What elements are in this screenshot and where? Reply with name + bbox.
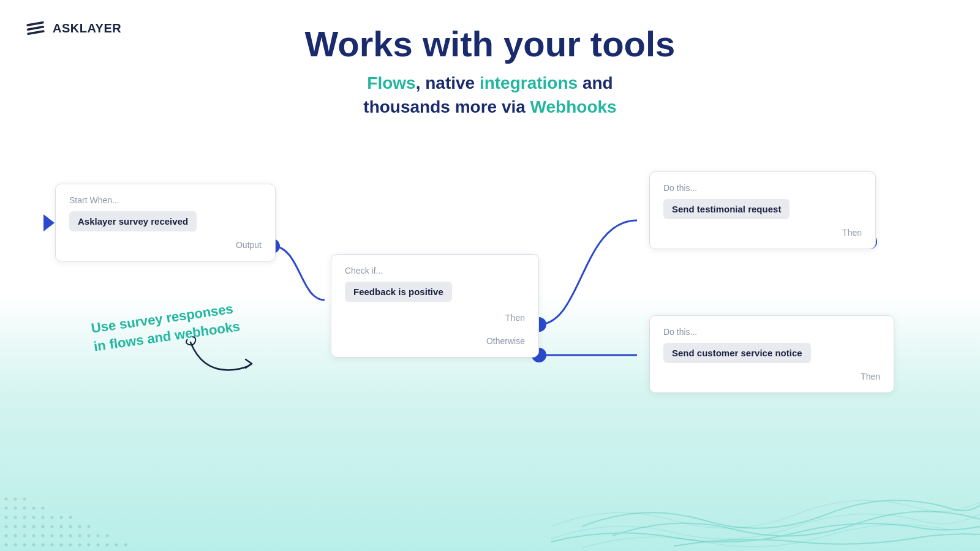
svg-point-15 [60,544,63,547]
svg-point-38 [32,525,36,528]
svg-point-11 [23,544,26,547]
svg-point-17 [78,544,81,547]
header: Works with your tools Flows, native inte… [0,24,980,119]
svg-point-32 [88,534,91,538]
do-box-bottom-chip: Send customer service notice [663,343,811,363]
svg-point-9 [5,544,8,547]
svg-point-44 [88,525,91,528]
svg-point-13 [42,544,45,547]
annotation-arrow [184,336,258,379]
do-box-top-footer: Then [663,228,862,238]
do-box-top: Do this... Send testimonial request Then [649,171,876,249]
header-title: Works with your tools [0,24,980,64]
svg-point-52 [69,516,72,519]
svg-point-28 [51,534,54,538]
svg-point-46 [14,516,17,519]
svg-point-12 [32,544,36,547]
webhooks-text: Webhooks [530,97,617,116]
do-box-bottom-footer: Then [663,372,880,381]
svg-point-19 [97,544,100,547]
svg-point-39 [42,525,45,528]
header-subtitle: Flows, native integrations and thousands… [0,71,980,119]
svg-point-56 [32,507,36,510]
svg-point-21 [115,544,118,547]
svg-point-20 [106,544,109,547]
start-box: Start When... Asklayer survey received O… [55,184,276,261]
svg-point-31 [78,534,81,538]
check-box-outcomes: Then Otherwise [486,313,525,346]
then-label: Then [505,313,525,323]
start-indicator [43,214,55,231]
flow-diagram: Start When... Asklayer survey received O… [31,135,949,441]
svg-point-42 [69,525,72,528]
otherwise-label: Otherwise [486,336,525,346]
annotation: Use survey responses in flows and webhoo… [92,309,239,345]
svg-point-25 [23,534,26,538]
check-box-footer: Then Otherwise [345,313,525,346]
svg-point-37 [23,525,26,528]
svg-point-48 [32,516,36,519]
svg-point-58 [5,498,8,501]
flows-text: Flows [367,73,415,92]
svg-point-30 [69,534,72,538]
start-box-label: Start When... [69,195,262,205]
svg-point-14 [51,544,54,547]
svg-point-47 [23,516,26,519]
do-box-top-chip: Send testimonial request [663,199,790,219]
svg-point-27 [42,534,45,538]
svg-point-16 [69,544,72,547]
svg-point-55 [23,507,26,510]
header-title-text: Works with your tools [305,24,676,64]
svg-point-59 [14,498,17,501]
do-box-bottom: Do this... Send customer service notice … [649,315,894,393]
svg-point-54 [14,507,17,510]
svg-point-36 [14,525,17,528]
svg-point-45 [5,516,8,519]
svg-point-23 [5,534,8,538]
svg-point-26 [32,534,36,538]
svg-point-49 [42,516,45,519]
svg-point-34 [106,534,109,538]
svg-point-35 [5,525,8,528]
check-box: Check if... Feedback is positive Then Ot… [331,254,539,358]
start-box-footer: Output [69,240,262,250]
svg-point-18 [88,544,91,547]
svg-point-10 [14,544,17,547]
svg-point-24 [14,534,17,538]
bottom-dots-left [0,441,245,551]
check-box-label: Check if... [345,266,525,276]
svg-point-40 [51,525,54,528]
svg-point-51 [60,516,63,519]
start-box-chip: Asklayer survey received [69,211,197,231]
svg-point-33 [97,534,100,538]
svg-point-43 [78,525,81,528]
do-box-bottom-label: Do this... [663,327,880,337]
do-box-top-label: Do this... [663,183,862,193]
svg-point-57 [42,507,45,510]
svg-point-50 [51,516,54,519]
integrations-text: integrations [480,73,578,92]
svg-point-29 [60,534,63,538]
check-box-chip: Feedback is positive [345,282,452,302]
subtitle-part4: and [578,73,613,92]
svg-point-22 [124,544,127,547]
bottom-waves-right [551,429,980,551]
svg-point-53 [5,507,8,510]
subtitle-part2: , native [416,73,480,92]
svg-point-41 [60,525,63,528]
svg-point-60 [23,498,26,501]
subtitle-line2-part1: thousands more via [363,97,530,116]
